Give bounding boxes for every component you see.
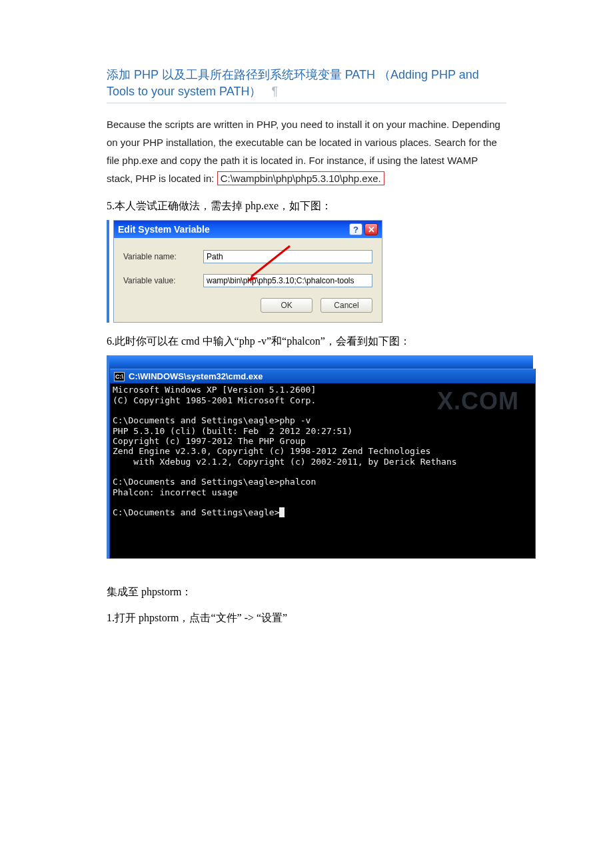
cmd-icon: C:\ xyxy=(114,372,125,381)
pilcrow-icon: ¶ xyxy=(271,85,278,98)
section-heading: 添加 PHP 以及工具所在路径到系统环境变量 PATH （Adding PHP … xyxy=(107,67,506,103)
cmd-title-text: C:\WINDOWS\system32\cmd.exe xyxy=(129,371,263,381)
variable-value-input[interactable] xyxy=(203,274,372,287)
cmd-titlebar: C:\ C:\WINDOWS\system32\cmd.exe xyxy=(110,369,535,383)
dialog-title-text: Edit System Variable xyxy=(118,224,210,235)
section-heading-text: 添加 PHP 以及工具所在路径到系统环境变量 PATH （Adding PHP … xyxy=(107,68,479,98)
cancel-button[interactable]: Cancel xyxy=(320,298,372,313)
dialog-titlebar: Edit System Variable ? ✕ xyxy=(114,221,382,238)
dialog-screenshot: Edit System Variable ? ✕ Variable name: … xyxy=(107,220,384,323)
instruction-6: 6.此时你可以在 cmd 中输入“php -v”和“phalcon”，会看到如下… xyxy=(107,335,506,349)
variable-name-input[interactable] xyxy=(203,250,372,263)
integrate-heading: 集成至 phpstorm： xyxy=(107,585,506,599)
cmd-output: X.COMMicrosoft Windows XP [Version 5.1.2… xyxy=(110,383,535,557)
cmd-screenshot: C:\ C:\WINDOWS\system32\cmd.exe X.COMMic… xyxy=(107,355,533,558)
document-page: 添加 PHP 以及工具所在路径到系统环境变量 PATH （Adding PHP … xyxy=(0,0,613,765)
close-icon[interactable]: ✕ xyxy=(364,223,378,235)
cmd-window: C:\ C:\WINDOWS\system32\cmd.exe X.COMMic… xyxy=(109,369,536,558)
cursor-icon: _ xyxy=(279,507,285,517)
edit-system-variable-dialog: Edit System Variable ? ✕ Variable name: … xyxy=(113,220,382,323)
dialog-body: Variable name: Variable value: OK Cancel xyxy=(114,238,382,322)
variable-value-label: Variable value: xyxy=(123,276,203,285)
cmd-window-chrome xyxy=(109,355,533,369)
help-icon[interactable]: ? xyxy=(349,223,362,235)
cmd-text: Microsoft Windows XP [Version 5.1.2600] … xyxy=(113,385,457,517)
ok-button[interactable]: OK xyxy=(261,298,312,313)
dialog-button-row: OK Cancel xyxy=(123,298,372,313)
dialog-title-buttons: ? ✕ xyxy=(349,223,378,235)
variable-name-label: Variable name: xyxy=(123,252,203,261)
variable-value-row: Variable value: xyxy=(123,274,372,287)
variable-name-row: Variable name: xyxy=(123,250,372,263)
instruction-5: 5.本人尝试正确做法，需去掉 php.exe，如下图： xyxy=(107,199,506,213)
highlighted-path: C:\wampbin\php\php5.3.10\php.exe. xyxy=(217,171,384,185)
integrate-step-1: 1.打开 phpstorm，点击“文件” -> “设置” xyxy=(107,611,506,625)
intro-paragraph: Because the scripts are written in PHP, … xyxy=(107,115,506,187)
watermark: X.COM xyxy=(437,387,519,415)
